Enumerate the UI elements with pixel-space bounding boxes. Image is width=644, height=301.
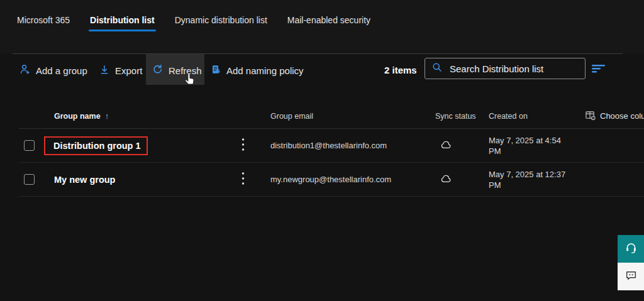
sync-status-cell [434,174,487,185]
column-header-created-on[interactable]: Created on [487,112,582,121]
column-header-label: Group name [54,112,101,121]
sort-ascending-icon: ↑ [105,111,109,121]
table-header-row: Group name ↑ Group email Sync status Cre… [19,104,644,129]
tab-label: Microsoft 365 [17,15,70,25]
choose-columns-icon [585,110,596,123]
table-row[interactable]: My new group my.newgroup@thestellarinfo.… [19,163,644,197]
column-header-label: Group email [270,112,313,121]
checkbox-cell [19,140,44,151]
items-count: 2 items [384,65,417,75]
column-header-sync-status[interactable]: Sync status [434,112,487,121]
button-label: Refresh [169,65,202,76]
group-name-cell: Distribution group 1 [44,136,239,155]
feedback-button[interactable] [618,263,644,290]
add-naming-policy-button[interactable]: Add naming policy [210,59,304,82]
column-header-group-email[interactable]: Group email [264,112,434,121]
group-name-cell: My new group [44,175,239,185]
more-vertical-icon [242,138,245,154]
search-input[interactable] [448,63,579,75]
tab-label: Distribution list [90,15,155,25]
toolbar-divider [13,53,623,54]
row-more-actions-button[interactable] [239,163,245,196]
table-row[interactable]: Distribution group 1 distribution1@thest… [19,129,644,163]
tab-dynamic-distribution-list[interactable]: Dynamic distribution list [174,9,269,31]
export-button[interactable]: Export [99,59,142,82]
tab-distribution-list[interactable]: Distribution list [89,9,156,31]
cloud-sync-icon [440,140,452,151]
sync-status-cell [434,140,487,151]
selected-tab-underline [89,30,156,31]
row-checkbox[interactable] [24,174,35,185]
filter-icon [591,63,606,76]
search-icon [431,62,443,75]
group-email: my.newgroup@thestellarinfo.com [264,175,434,184]
download-icon [99,64,110,77]
more-vertical-icon [242,172,245,188]
column-header-label: Sync status [435,112,476,121]
search-box[interactable] [425,58,586,79]
tab-label: Mail-enabled security [287,15,370,25]
person-add-icon [19,63,31,77]
annotation-highlight: Distribution group 1 [44,136,148,155]
groups-table: Group name ↑ Group email Sync status Cre… [19,104,644,197]
row-more-actions-button[interactable] [239,129,245,162]
choose-columns-button[interactable]: Choose columns [582,110,644,123]
refresh-button[interactable]: Refresh [152,59,202,82]
filter-button[interactable] [591,63,607,76]
checkbox-cell [19,174,44,185]
tab-label: Dynamic distribution list [175,15,267,25]
headset-icon [625,241,638,257]
column-header-label: Created on [489,112,528,121]
created-on: May 7, 2025 at 12:37 PM [487,169,570,190]
refresh-icon [152,63,164,77]
button-label: Add a group [36,65,87,76]
cloud-sync-icon [440,174,452,185]
tab-microsoft-365[interactable]: Microsoft 365 [16,9,71,31]
tab-strip: Microsoft 365 Distribution list Dynamic … [16,9,372,31]
document-icon [210,64,221,77]
row-checkbox[interactable] [24,140,35,151]
add-a-group-button[interactable]: Add a group [19,59,87,82]
help-support-button[interactable] [618,235,644,263]
group-name-link[interactable]: My new group [44,175,115,185]
choose-columns-label: Choose columns [600,111,644,121]
tab-bar: Microsoft 365 Distribution list Dynamic … [0,0,644,53]
group-email: distribution1@thestellarinfo.com [264,141,434,150]
tab-mail-enabled-security[interactable]: Mail-enabled security [286,9,372,31]
distribution-list-page: Microsoft 365 Distribution list Dynamic … [0,0,644,301]
chat-feedback-icon [625,269,638,285]
column-header-group-name[interactable]: Group name ↑ [44,111,239,121]
button-label: Export [115,65,142,76]
group-name-link[interactable]: Distribution group 1 [53,141,141,151]
created-on: May 7, 2025 at 4:54 PM [487,135,570,156]
button-label: Add naming policy [226,65,304,76]
